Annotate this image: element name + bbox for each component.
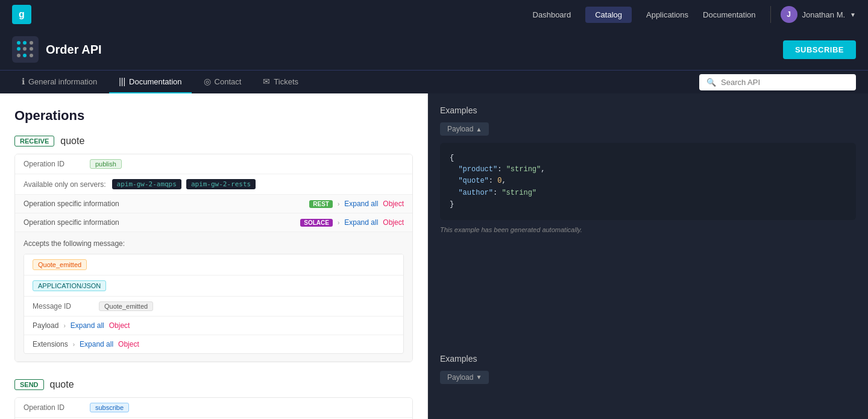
api-title: Order API <box>46 43 102 57</box>
payload-label-receive: Payload <box>33 321 58 330</box>
accepts-message-label-receive: Accepts the following message: <box>24 239 404 248</box>
message-tag-receive[interactable]: Quote_emitted <box>33 259 87 270</box>
nav-links: Dashboard Catalog Applications Documenta… <box>533 6 856 23</box>
tab-general-label: General information <box>28 77 97 86</box>
search-input[interactable] <box>721 78 849 87</box>
api-icon-dot <box>17 47 20 51</box>
payload-tab-2[interactable]: Payload ▼ <box>440 371 489 384</box>
message-content-receive: Quote_emitted APPLICATION/JSON Message I… <box>24 254 404 354</box>
api-header: Order API SUBSCRIBE <box>0 29 868 70</box>
tab-documentation-label: Documentation <box>129 77 181 86</box>
extensions-row-receive: Extensions › Expand all Object <box>24 335 403 353</box>
api-icon-dot <box>30 41 33 45</box>
message-id-value-receive: Quote_emitted <box>99 301 153 311</box>
search-box: 🔍 <box>699 74 856 90</box>
search-icon: 🔍 <box>706 78 716 87</box>
operation-name-receive: quote <box>60 136 84 146</box>
op-info-rest-chevron-right-icon: › <box>338 201 339 207</box>
message-id-label-receive: Message ID <box>33 302 93 310</box>
servers-list-receive: apim-gw-2-amqps apim-gw-2-rests <box>112 179 256 189</box>
content-type-row-receive: APPLICATION/JSON <box>24 276 403 297</box>
extensions-object-link-receive[interactable]: Object <box>118 340 139 348</box>
api-icon-dot <box>23 41 27 45</box>
operation-id-value-receive: publish <box>90 159 122 169</box>
user-section: J Jonathan M. ▼ <box>770 6 856 23</box>
payload-tab-1[interactable]: Payload ▲ <box>440 122 489 136</box>
nav-documentation[interactable]: Documentation <box>703 10 755 19</box>
api-icon-dot <box>17 54 20 57</box>
sub-navigation: ℹ General information ||| Documentation … <box>0 70 868 93</box>
server-tag-2-receive[interactable]: apim-gw-2-rests <box>186 179 256 189</box>
extensions-chevron-right-icon: › <box>73 341 75 348</box>
nav-applications[interactable]: Applications <box>646 10 688 19</box>
api-icon-dot <box>30 47 33 51</box>
info-icon: ℹ <box>22 77 25 86</box>
tab-general-information[interactable]: ℹ General information <box>12 71 107 93</box>
contact-icon: ◎ <box>204 77 211 86</box>
nav-dashboard[interactable]: Dashboard <box>533 10 571 19</box>
server-tag-1-receive[interactable]: apim-gw-2-amqps <box>112 179 181 189</box>
message-section-receive: Accepts the following message: Quote_emi… <box>15 232 412 362</box>
servers-label-receive: Available only on servers: <box>24 180 106 189</box>
tickets-icon: ✉ <box>263 77 270 86</box>
expand-all-solace-receive[interactable]: Expand all <box>344 218 378 227</box>
tab-contact[interactable]: ◎ Contact <box>194 71 251 93</box>
payload-expand-all-receive[interactable]: Expand all <box>71 321 104 330</box>
operation-header-send: SEND quote <box>14 379 413 390</box>
main-content: Operations RECEIVE quote Operation ID pu… <box>0 93 868 419</box>
operation-receive-quote: RECEIVE quote Operation ID publish Avail… <box>14 136 413 362</box>
payload-chevron-right-icon: › <box>63 323 65 329</box>
api-icon <box>12 36 39 63</box>
docs-icon: ||| <box>119 77 125 86</box>
payload-object-link-receive[interactable]: Object <box>109 321 130 330</box>
extensions-label-receive: Extensions <box>33 340 68 348</box>
operation-send-quote: SEND quote Operation ID subscribe Availa… <box>14 379 413 419</box>
servers-row-receive: Available only on servers: apim-gw-2-amq… <box>15 174 412 195</box>
payload-tab-2-chevron-down-icon: ▼ <box>476 374 482 380</box>
op-info-solace-chevron-right-icon: › <box>338 219 339 226</box>
nav-logo-area: g <box>12 5 31 24</box>
code-block-1: { "product": "string", "quote": 0, "auth… <box>440 143 856 220</box>
api-icon-dot <box>30 54 33 57</box>
payload-tab-chevron-down-icon: ▲ <box>476 126 482 133</box>
expand-all-rest-receive[interactable]: Expand all <box>344 200 378 208</box>
method-badge-send: SEND <box>14 379 44 390</box>
examples-title-2: Examples <box>440 354 856 364</box>
api-header-left: Order API <box>12 36 102 63</box>
content-type-tag-receive[interactable]: APPLICATION/JSON <box>33 280 106 291</box>
tab-documentation[interactable]: ||| Documentation <box>109 71 191 93</box>
code-note-1: This example has been generated automati… <box>440 226 856 233</box>
extensions-expand-all-receive[interactable]: Expand all <box>80 340 113 348</box>
operation-id-row-send: Operation ID subscribe <box>15 398 412 418</box>
examples-block-2: Examples Payload ▼ <box>440 354 856 391</box>
spacer <box>440 233 856 354</box>
subscribe-button[interactable]: SUBSCRIBE <box>783 40 856 59</box>
message-id-row-receive: Message ID Quote_emitted <box>24 297 403 317</box>
tab-tickets[interactable]: ✉ Tickets <box>253 71 308 93</box>
user-chevron-down-icon[interactable]: ▼ <box>850 11 856 18</box>
object-link-solace-receive[interactable]: Object <box>383 218 404 227</box>
api-icon-dot <box>23 54 27 57</box>
avatar: J <box>781 6 797 23</box>
op-info-solace-label-receive: Operation specific information <box>24 218 295 227</box>
right-panel: Examples Payload ▲ { "product": "string"… <box>428 93 868 419</box>
operation-content-send: Operation ID subscribe Available only on… <box>14 397 413 419</box>
op-info-solace-receive: Operation specific information SOLACE › … <box>15 213 412 232</box>
operation-id-label: Operation ID <box>24 160 84 168</box>
operation-content-receive: Operation ID publish Available only on s… <box>14 154 413 362</box>
examples-title-1: Examples <box>440 106 856 115</box>
logo-icon[interactable]: g <box>12 5 31 24</box>
tab-contact-label: Contact <box>215 77 242 86</box>
api-icon-dot <box>17 41 20 45</box>
op-info-rest-label-receive: Operation specific information <box>24 200 304 208</box>
tab-tickets-label: Tickets <box>274 77 298 86</box>
operation-id-value-send: subscribe <box>90 403 129 412</box>
payload-row-receive: Payload › Expand all Object <box>24 317 403 335</box>
method-badge-receive: RECEIVE <box>14 136 54 146</box>
badge-solace-receive: SOLACE <box>300 219 333 227</box>
top-navigation: g Dashboard Catalog Applications Documen… <box>0 0 868 29</box>
operation-name-send: quote <box>50 379 74 390</box>
object-link-rest-receive[interactable]: Object <box>383 200 404 208</box>
payload-tab-label-1: Payload <box>447 125 473 133</box>
nav-catalog[interactable]: Catalog <box>585 7 632 23</box>
